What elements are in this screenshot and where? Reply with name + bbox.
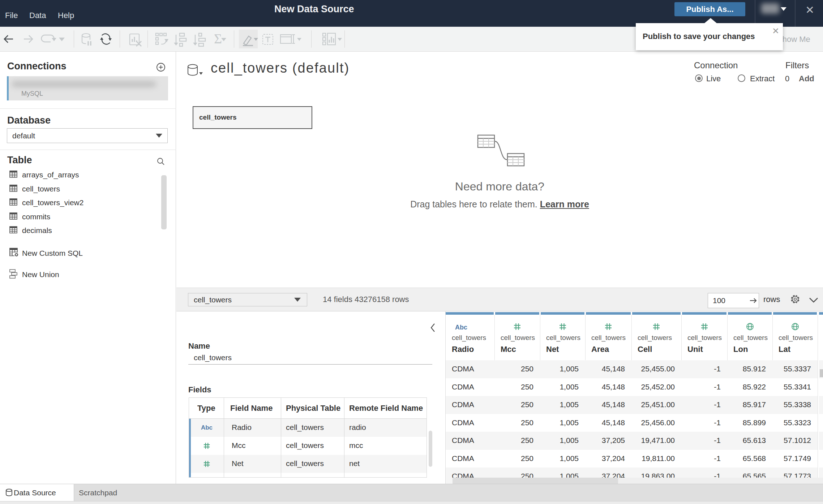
svg-text:Σ: Σ: [214, 31, 222, 46]
